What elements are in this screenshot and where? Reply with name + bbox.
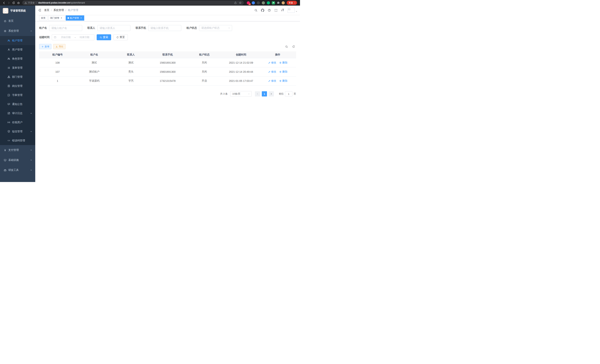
sidebar-item-infrastructure[interactable]: 基础设施 [0, 155, 35, 165]
pagination-bar: 共 3 条 10条/页 1 前往 页 [39, 91, 296, 97]
add-button[interactable]: 新增 [39, 44, 51, 49]
fullscreen-icon[interactable] [274, 9, 278, 12]
sidebar-item-tenant[interactable]: 租户管理 [0, 36, 35, 45]
tab-dept[interactable]: 部门管理 × [48, 15, 65, 21]
next-page-button[interactable] [269, 91, 274, 96]
sidebar-item-audit-log[interactable]: 审计日志 [0, 109, 35, 118]
active-tab-dot [67, 17, 69, 19]
org-tree-icon [7, 75, 10, 78]
tab-tenant[interactable]: 租户管理 × [66, 15, 84, 21]
sidebar-item-home[interactable]: 首页 [0, 16, 35, 26]
breadcrumb-current: 租户管理 [68, 9, 78, 12]
extensions-puzzle-icon[interactable] [277, 1, 280, 4]
security-label[interactable]: 不安全 [28, 1, 35, 4]
cell-contact: 芋艿 [112, 79, 149, 83]
goto-page-input[interactable] [285, 91, 292, 96]
app-logo-row[interactable]: 芋道管理系统 [0, 6, 35, 16]
breadcrumb-home[interactable]: 首页 [44, 9, 49, 12]
breadcrumb-system[interactable]: 系统管理 [53, 9, 64, 12]
toolbox-icon [4, 169, 7, 172]
bookmark-star-icon[interactable] [239, 1, 242, 4]
page-size-select[interactable]: 10条/页 [230, 91, 252, 97]
prev-page-button[interactable] [255, 91, 260, 96]
font-size-icon[interactable]: TT [281, 9, 284, 12]
cell-actions: 修改 删除 [259, 70, 296, 74]
sidebar-item-system[interactable]: 系统管理 [0, 26, 35, 36]
sidebar-item-payment[interactable]: 支付管理 [0, 145, 35, 155]
close-tab-icon[interactable]: × [80, 17, 82, 19]
tenant-name-input[interactable] [49, 25, 82, 31]
extension-icon-2[interactable] [252, 1, 255, 4]
page-content: 租户名 联系人 联系手机 租户状态 请选择租户状态 [35, 21, 300, 182]
sidebar-item-role[interactable]: 角色管理 [0, 54, 35, 63]
cell-tenant-name: 芋道源码 [76, 79, 112, 83]
browser-menu-dots-icon[interactable] [294, 2, 296, 4]
sidebar-toggle-button[interactable] [35, 9, 44, 12]
search-icon [100, 36, 102, 38]
sidebar-item-user[interactable]: 用户管理 [0, 45, 35, 54]
status-select[interactable]: 请选择租户状态 [199, 25, 232, 31]
chevron-up-icon [30, 30, 32, 32]
table-row: 107 测试租户 秃头 15601691300 关闭 2021-12-14 20… [39, 67, 296, 76]
edit-button[interactable]: 修改 [268, 61, 276, 64]
book-icon [7, 94, 10, 96]
table-row: 108 测试 测试 15601691300 关闭 2021-12-14 21:0… [39, 58, 296, 67]
column-header-tenant-name: 租户名 [76, 53, 112, 56]
current-page-button[interactable]: 1 [262, 91, 267, 96]
id-card-icon [7, 84, 10, 87]
cell-phone: 15601691300 [149, 61, 186, 64]
create-time-range-picker[interactable]: 开始日期 - 结束日期 [52, 34, 94, 40]
user-avatar-menu[interactable] [288, 8, 297, 13]
browser-back-button[interactable] [1, 0, 6, 5]
browser-forward-button[interactable] [6, 0, 11, 5]
sidebar-item-online-users[interactable]: 在线用户 [0, 118, 35, 127]
tab-home[interactable]: 首页 [39, 15, 47, 21]
sidebar-item-dict[interactable]: 字典管理 [0, 91, 35, 100]
reset-button[interactable]: 重置 [113, 34, 128, 40]
github-icon[interactable] [261, 9, 264, 12]
delete-button[interactable]: 删除 [279, 70, 288, 74]
cell-status: 开启 [186, 79, 223, 83]
browser-home-button[interactable] [16, 0, 21, 5]
refresh-table-icon[interactable] [292, 45, 295, 48]
sidebar-item-post[interactable]: 岗位管理 [0, 82, 35, 91]
contact-input[interactable] [97, 25, 131, 31]
delete-button[interactable]: 删除 [279, 61, 288, 64]
sidebar-item-dev-tools[interactable]: 研发工具 [0, 165, 35, 175]
arrow-right-icon [270, 93, 272, 95]
sidebar-item-error-code[interactable]: 错误码管理 [0, 136, 35, 145]
caret-down-icon [296, 10, 297, 12]
sidebar-item-notice[interactable]: 通知公告 [0, 100, 35, 109]
extension-icon-5[interactable] [267, 1, 270, 4]
sidebar-item-dept[interactable]: 部门管理 [0, 72, 35, 82]
extension-icon-1[interactable]: 10 [247, 1, 250, 4]
cell-tenant-id: 1 [39, 79, 76, 82]
cell-tenant-name: 测试租户 [76, 70, 112, 74]
profile-avatar-icon[interactable] [282, 1, 285, 4]
cell-phone: 17321315478 [149, 79, 186, 82]
share-icon[interactable] [234, 1, 237, 4]
export-button[interactable]: 导出 [53, 44, 66, 49]
toggle-search-icon[interactable] [285, 45, 288, 48]
chevron-down-icon [30, 169, 32, 171]
signal-icon [7, 121, 10, 124]
extension-icon-6[interactable] [272, 1, 275, 4]
column-header-status: 租户状态 [186, 53, 223, 56]
search-button[interactable]: 搜索 [97, 34, 111, 40]
close-tab-icon[interactable]: × [60, 17, 63, 19]
edit-button[interactable]: 修改 [268, 79, 276, 83]
edit-button[interactable]: 修改 [268, 70, 276, 74]
extension-icon-3[interactable] [257, 1, 260, 4]
help-question-icon[interactable] [268, 9, 271, 12]
browser-reload-button[interactable] [11, 0, 16, 5]
update-button[interactable]: 更新 [287, 1, 297, 5]
top-navbar: 首页 / 系统管理 / 租户管理 TT [35, 6, 300, 15]
sidebar-item-menu[interactable]: 菜单管理 [0, 63, 35, 72]
delete-button[interactable]: 删除 [279, 79, 288, 83]
address-bar[interactable]: 不安全 | dashboard.yudao.iocoder.cn /system… [22, 0, 244, 5]
sidebar-item-sms[interactable]: 短信管理 [0, 127, 35, 136]
date-start-placeholder: 开始日期 [58, 36, 74, 39]
extension-icon-4[interactable] [262, 1, 265, 4]
phone-input[interactable] [148, 25, 181, 31]
header-search-icon[interactable] [254, 9, 258, 12]
